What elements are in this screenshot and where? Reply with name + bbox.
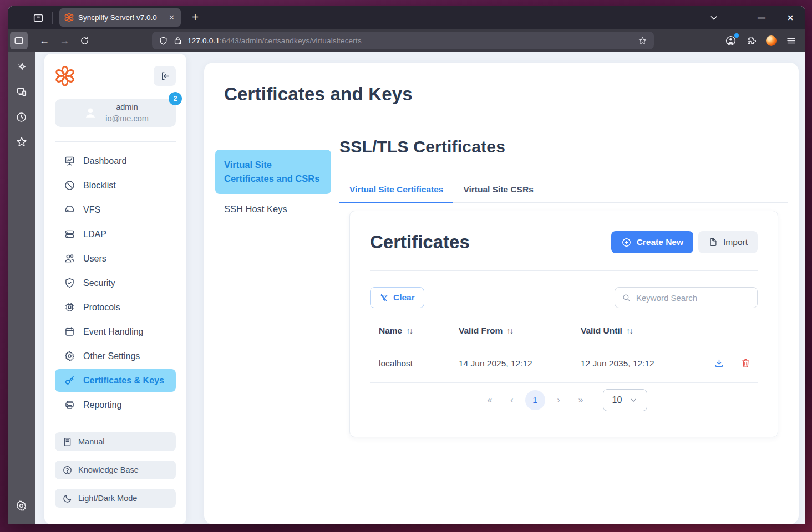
forward-button[interactable]: → (55, 32, 73, 49)
profile-email: io@me.com (105, 113, 149, 125)
pagination-first-button[interactable]: « (481, 391, 499, 409)
sidebar-toggle-button[interactable] (10, 32, 28, 49)
subnav-item-virtual-site-certs[interactable]: Virtual Site Certificates and CSRs (215, 150, 331, 194)
keyword-search-input[interactable] (636, 293, 750, 303)
window-minimize-button[interactable]: — (754, 11, 769, 25)
url-bar[interactable]: 127.0.0.1:6443/admin/certsandkeys/virtua… (152, 32, 654, 49)
sidebar-item-label: LDAP (83, 229, 106, 239)
settings-gear-icon[interactable] (13, 497, 30, 514)
lock-warning-icon[interactable] (173, 36, 182, 45)
download-icon[interactable] (714, 358, 724, 369)
sort-icon[interactable]: ↑↓ (406, 326, 412, 335)
back-button[interactable]: ← (35, 32, 53, 49)
chevron-down-icon (630, 396, 637, 404)
page-size-select[interactable]: 10 (603, 389, 647, 411)
sidebar-item-event-handling[interactable]: Event Handling (55, 320, 176, 343)
window-close-button[interactable]: ✕ (783, 11, 798, 25)
pagination-next-button[interactable]: › (550, 391, 567, 409)
keyword-search-box[interactable] (615, 287, 758, 308)
collapse-left-icon (160, 71, 170, 81)
sidebar-item-protocols[interactable]: Protocols (55, 296, 176, 319)
create-new-button[interactable]: Create New (611, 231, 693, 253)
synced-tabs-icon[interactable] (13, 84, 30, 100)
list-tabs-chevron-icon[interactable] (707, 11, 721, 25)
new-tab-button[interactable]: + (187, 10, 203, 25)
ai-sparkle-icon[interactable] (13, 59, 30, 75)
dashboard-icon (64, 155, 75, 167)
footer-button-label: Knowledge Base (78, 466, 139, 474)
blocklist-icon (64, 180, 75, 191)
manual-button[interactable]: Manual (55, 432, 176, 451)
firefox-view-icon[interactable] (30, 9, 47, 26)
sidebar-item-other-settings[interactable]: Other Settings (55, 345, 176, 367)
subnav-item-ssh-host-keys[interactable]: SSH Host Keys (215, 194, 331, 224)
page-title: Certificates and Keys (224, 84, 788, 105)
sidebar-item-label: Blocklist (83, 181, 116, 191)
sidebar-item-users[interactable]: Users (55, 247, 176, 270)
server-icon (64, 228, 75, 240)
browser-window: Syncplify Server! v7.0.0 ✕ + — ✕ ← → (8, 6, 805, 524)
sidebar-item-label: Other Settings (83, 351, 140, 361)
sort-icon[interactable]: ↑↓ (626, 326, 632, 335)
title-divider (215, 120, 788, 120)
sidebar-item-label: Reporting (83, 400, 121, 410)
light-dark-mode-button[interactable]: Light/Dark Mode (55, 489, 176, 508)
sidebar-item-reporting[interactable]: Reporting (55, 393, 176, 416)
tab-virtual-site-certificates[interactable]: Virtual Site Certificates (339, 177, 453, 203)
knowledge-base-button[interactable]: Knowledge Base (55, 461, 176, 479)
tab-virtual-site-csrs[interactable]: Virtual Site CSRs (453, 177, 543, 202)
pagination-last-button[interactable]: » (572, 391, 590, 409)
table-row[interactable]: localhost 14 Jun 2025, 12:12 12 Jun 2035… (370, 344, 758, 383)
browser-tab-active[interactable]: Syncplify Server! v7.0.0 ✕ (59, 8, 181, 27)
footer-button-label: Manual (78, 437, 105, 446)
sort-icon[interactable]: ↑↓ (506, 326, 512, 335)
section-divider (339, 171, 788, 171)
syncplify-logo (55, 66, 75, 86)
clear-filter-button[interactable]: Clear (370, 287, 424, 308)
delete-trash-icon[interactable] (740, 358, 751, 369)
clear-label: Clear (393, 293, 415, 303)
sidebar-collapse-button[interactable] (154, 66, 176, 86)
sidebar-item-vfs[interactable]: VFS (55, 198, 176, 221)
avatar (82, 105, 99, 121)
gear-icon (64, 350, 75, 362)
column-header-valid-from[interactable]: Valid From↑↓ (450, 318, 572, 344)
page-size-value: 10 (612, 395, 622, 405)
app-root: admin io@me.com 2 Dashboard Blocklist (35, 52, 805, 524)
bookmarks-star-icon[interactable] (13, 134, 30, 150)
import-button[interactable]: Import (698, 231, 758, 253)
footer-button-label: Light/Dark Mode (78, 494, 137, 503)
profile-name: admin (105, 101, 149, 113)
column-header-valid-until[interactable]: Valid Until↑↓ (572, 318, 691, 344)
browser-toolbar: ← → 127.0.0.1:6443/admin/certsandkeys/vi… (8, 29, 805, 52)
main-panel: Certificates and Keys Virtual Site Certi… (204, 63, 799, 524)
history-clock-icon[interactable] (13, 109, 30, 125)
extensions-puzzle-icon[interactable] (746, 35, 757, 46)
pagination-current-page[interactable]: 1 (525, 390, 545, 410)
sidebar-item-dashboard[interactable]: Dashboard (55, 150, 176, 172)
question-circle-icon (62, 465, 73, 475)
app-sidebar: admin io@me.com 2 Dashboard Blocklist (44, 54, 186, 524)
site-favicon-flower-icon (64, 13, 74, 22)
firefox-container-icon[interactable] (766, 35, 777, 46)
profile-card[interactable]: admin io@me.com 2 (55, 99, 176, 127)
column-header-name[interactable]: Name↑↓ (370, 318, 450, 344)
sidebar-item-certificates-keys[interactable]: Certificates & Keys (55, 369, 176, 392)
create-new-label: Create New (637, 237, 683, 247)
bookmark-star-icon[interactable] (638, 36, 647, 45)
sidebar-item-label: Security (83, 278, 115, 288)
sidebar-item-security[interactable]: Security (55, 272, 176, 294)
account-icon[interactable] (725, 35, 737, 47)
certs-subnav: Virtual Site Certificates and CSRs SSH H… (215, 137, 331, 437)
tracking-shield-icon[interactable] (159, 36, 168, 45)
reload-button[interactable] (75, 32, 93, 49)
certificates-table: Name↑↓ Valid From↑↓ Valid Until↑↓ localh… (370, 318, 758, 383)
sidebar-item-blocklist[interactable]: Blocklist (55, 174, 176, 197)
tab-close-icon[interactable]: ✕ (168, 13, 176, 22)
sidebar-item-ldap[interactable]: LDAP (55, 223, 176, 245)
pagination-prev-button[interactable]: ‹ (503, 391, 521, 409)
manual-book-icon (62, 437, 73, 447)
import-file-icon (708, 237, 718, 247)
menu-hamburger-icon[interactable] (786, 35, 796, 46)
sidebar-item-label: Event Handling (83, 327, 144, 337)
